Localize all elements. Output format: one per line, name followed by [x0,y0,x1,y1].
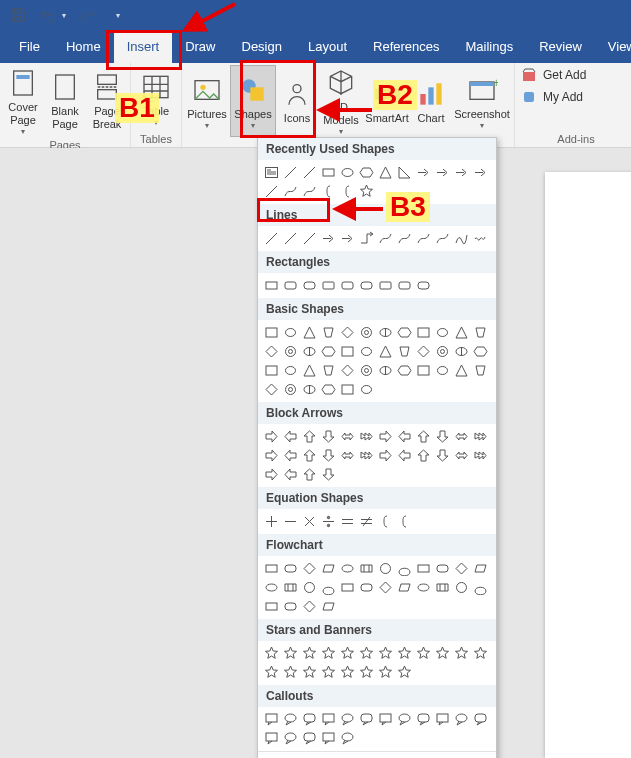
shape-item[interactable] [319,163,338,182]
shape-item[interactable] [281,361,300,380]
shape-item[interactable] [376,663,395,682]
shape-item[interactable] [262,229,281,248]
shape-item[interactable] [433,427,452,446]
shape-item[interactable] [414,710,433,729]
shape-item[interactable] [433,163,452,182]
shape-item[interactable] [433,710,452,729]
3d-models-button[interactable]: 3D Models▾ [318,65,364,137]
new-drawing-canvas-button[interactable]: A New Drawing Canvas [258,751,496,758]
shape-item[interactable] [357,229,376,248]
shape-item[interactable] [319,729,338,748]
shape-item[interactable] [262,710,281,729]
shape-item[interactable] [414,644,433,663]
shape-item[interactable] [376,323,395,342]
shape-item[interactable] [357,427,376,446]
shape-item[interactable] [357,276,376,295]
shape-item[interactable] [452,427,471,446]
shape-item[interactable] [395,644,414,663]
shape-item[interactable] [433,559,452,578]
shape-item[interactable] [452,446,471,465]
shape-item[interactable] [300,427,319,446]
table-button[interactable]: Table▾ [133,65,179,131]
shape-item[interactable] [338,163,357,182]
shape-item[interactable] [338,578,357,597]
shape-item[interactable] [281,342,300,361]
shape-item[interactable] [281,597,300,616]
shape-item[interactable] [452,361,471,380]
shape-item[interactable] [338,427,357,446]
shape-item[interactable] [471,323,490,342]
tab-view[interactable]: View [595,31,631,63]
shape-item[interactable] [452,163,471,182]
shape-item[interactable] [338,380,357,399]
shape-item[interactable] [300,361,319,380]
shape-item[interactable] [300,597,319,616]
shape-item[interactable] [357,323,376,342]
shape-item[interactable] [395,342,414,361]
qat-customize-icon[interactable]: ▾ [116,11,120,20]
shape-item[interactable] [319,276,338,295]
shape-item[interactable] [319,361,338,380]
shape-item[interactable] [395,512,414,531]
shape-item[interactable] [376,512,395,531]
shape-item[interactable] [338,663,357,682]
shape-item[interactable] [338,644,357,663]
shape-item[interactable] [281,163,300,182]
shape-item[interactable] [262,512,281,531]
shape-item[interactable] [395,163,414,182]
shape-item[interactable] [338,276,357,295]
shape-item[interactable] [376,710,395,729]
tab-insert[interactable]: Insert [114,31,173,63]
screenshot-button[interactable]: + Screenshot▾ [452,65,512,137]
shape-item[interactable] [281,578,300,597]
shape-item[interactable] [414,323,433,342]
get-addins-button[interactable]: Get Add [521,67,631,83]
shape-item[interactable] [376,427,395,446]
page-break-button[interactable]: Page Break [86,65,128,137]
shape-item[interactable] [414,229,433,248]
shape-item[interactable] [319,182,338,201]
shape-item[interactable] [471,710,490,729]
document-page[interactable] [545,172,631,758]
shape-item[interactable] [414,427,433,446]
shape-item[interactable] [281,446,300,465]
shape-item[interactable] [471,229,490,248]
shape-item[interactable] [357,578,376,597]
shape-item[interactable] [319,380,338,399]
shape-item[interactable] [395,663,414,682]
redo-icon[interactable] [80,7,96,23]
shape-item[interactable] [300,512,319,531]
shape-item[interactable] [319,342,338,361]
tab-design[interactable]: Design [229,31,295,63]
shape-item[interactable] [262,446,281,465]
shape-item[interactable] [281,465,300,484]
shape-item[interactable] [281,663,300,682]
shape-item[interactable] [262,380,281,399]
shape-item[interactable] [319,446,338,465]
shape-item[interactable] [357,559,376,578]
shape-item[interactable] [452,342,471,361]
tab-file[interactable]: File [6,31,53,63]
shape-item[interactable] [262,729,281,748]
shape-item[interactable] [262,597,281,616]
shape-item[interactable] [395,578,414,597]
shape-item[interactable] [452,229,471,248]
shape-item[interactable] [300,578,319,597]
shape-item[interactable] [376,342,395,361]
shape-item[interactable] [433,229,452,248]
shape-item[interactable] [414,559,433,578]
tab-home[interactable]: Home [53,31,114,63]
shape-item[interactable] [262,323,281,342]
shape-item[interactable] [338,710,357,729]
shape-item[interactable] [300,729,319,748]
blank-page-button[interactable]: Blank Page [44,65,86,137]
shape-item[interactable] [471,427,490,446]
shape-item[interactable] [376,276,395,295]
shape-item[interactable] [338,342,357,361]
shape-item[interactable] [433,446,452,465]
shape-item[interactable] [319,465,338,484]
shape-item[interactable] [338,323,357,342]
shape-item[interactable] [319,597,338,616]
shape-item[interactable] [395,229,414,248]
shape-item[interactable] [281,644,300,663]
